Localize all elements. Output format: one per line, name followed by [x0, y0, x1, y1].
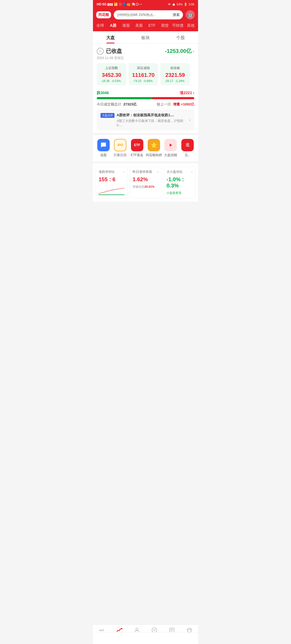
alarm-icon: ⏰	[172, 3, 176, 6]
header: 同花顺 沙特阿拉伯IMI 25/50热点... 搜索 🤖	[93, 9, 198, 22]
volume-row: 今日成交额总计 27323亿 较上一日 增量 +1692亿	[97, 102, 194, 107]
battery-icon: 🔋	[184, 3, 188, 6]
volume-compare: 较上一日 增量 +1692亿	[157, 102, 194, 107]
qa-ipo-calendar[interactable]: IPO 打新日历	[112, 139, 128, 157]
qa-stock-picker[interactable]: 选股	[95, 139, 112, 157]
commentary-arrow: ›	[189, 118, 190, 122]
stat-card-yesterday-header: 昨日涨停表现 ›	[133, 170, 158, 174]
index-name-shanghai: 上证指数	[100, 66, 123, 70]
nav-a-stock[interactable]: A股	[107, 22, 119, 29]
clock: 3:08	[189, 3, 194, 6]
tab-individual[interactable]: 个股	[163, 31, 198, 43]
search-button[interactable]: 搜索	[173, 12, 180, 17]
robot-icon: 🤖	[187, 12, 193, 18]
index-change-shanghai: -18.36 -0.53%	[100, 79, 123, 83]
nav-convertible[interactable]: 可转债	[172, 22, 184, 29]
qa-north-capital[interactable]: 北 北...	[179, 139, 196, 157]
index-name-chinext: 创业板	[164, 66, 187, 70]
nav-other[interactable]: 其他	[185, 22, 197, 29]
status-left: HD 5G ▮▮▮ 📶 🔴🔵🍊 淘 ⬡ ···	[97, 2, 142, 7]
stat-cards: 涨跌停对比 › 155 : 6 昨日涨停表现 › 1.62% 安硕信息20.01…	[93, 163, 198, 202]
advance-decline: 跌3046 涨2221 › 今日成交额总计 27323亿 较上一日 增量 +16…	[97, 91, 194, 107]
market-commentary[interactable]: 大盘点评 A股收评：创业板指高开低走收跌1.... A股三大指数今日集体下跌，截…	[97, 109, 194, 130]
stat-card-limit-title: 涨跌停对比	[99, 170, 115, 174]
nav-futures[interactable]: 期货	[159, 22, 171, 29]
main-tabs: 大盘 板块 个股	[93, 31, 198, 44]
search-placeholder: 沙特阿拉伯IMI 25/50热点...	[117, 13, 169, 17]
volume-label: 今日成交额总计 27323亿	[97, 102, 137, 107]
nav-global[interactable]: 全球	[94, 22, 106, 29]
stat-card-yesterday-value: 1.62%	[133, 176, 158, 183]
ad-progress-bar	[97, 97, 194, 99]
mini-chart-limit	[99, 185, 124, 196]
overview-date: 2024-11-08 星期五	[97, 56, 194, 60]
stat-card-cap-header: 大小盘对比 ›	[167, 170, 192, 174]
stat-card-cap[interactable]: 大小盘对比 › -1.0% : 0.3% 小盘股更强	[164, 167, 195, 198]
stat-card-yesterday[interactable]: 昨日涨停表现 › 1.62% 安硕信息20.01%	[130, 167, 161, 198]
index-value-shenzhen: 11161.70	[132, 72, 155, 78]
overview-arrow[interactable]: ›	[193, 48, 194, 54]
status-right: 👁 ⏰ 53% 🔋 3:08	[168, 3, 194, 6]
index-change-shenzhen: -74.22 -0.66%	[132, 79, 155, 83]
tab-sector[interactable]: 板块	[128, 31, 163, 43]
hot-list-icon: ⭐	[148, 139, 160, 151]
nav-etf[interactable]: ETF	[146, 22, 158, 29]
ipo-icon: IPO	[114, 139, 126, 151]
index-cards: 上证指数 3452.30 -18.36 -0.53% 深证成指 11161.70…	[97, 63, 194, 87]
tab-market[interactable]: 大盘	[93, 31, 128, 43]
app-logo[interactable]: 同花顺	[96, 11, 111, 18]
qa-label-north: 北...	[185, 153, 190, 157]
decline-label[interactable]: 跌3046	[97, 91, 109, 95]
etf-icon: ETF	[131, 139, 143, 151]
market-review-icon	[164, 139, 177, 151]
nav-hk-stock[interactable]: 港股	[120, 22, 132, 29]
stat-card-cap-sub: 小盘股更强	[167, 191, 192, 195]
index-value-shanghai: 3452.30	[100, 72, 123, 78]
nav-us-stock[interactable]: 美股	[133, 22, 145, 29]
signal-bars: ▮▮▮	[107, 2, 113, 6]
overview-header: ⊙ 已收盘 -1253.00亿 ›	[97, 47, 194, 55]
commentary-title: A股收评：创业板指高开低走收跌1....	[117, 113, 187, 118]
market-status: ⊙ 已收盘	[97, 47, 122, 55]
eye-icon: 👁	[168, 3, 171, 6]
ad-labels-row: 跌3046 涨2221 ›	[97, 91, 194, 95]
qa-market-review[interactable]: 大盘回顾	[162, 139, 179, 157]
stat-card-limit-arrow: ›	[123, 170, 124, 174]
stat-card-limit[interactable]: 涨跌停对比 › 155 : 6	[96, 167, 127, 198]
net-flow-amount: -1253.00亿	[165, 47, 192, 55]
stat-card-cap-value: -1.0% : 0.3%	[167, 176, 192, 189]
stat-card-cap-title: 大小盘对比	[167, 170, 183, 174]
quick-actions: 选股 IPO 打新日历 ETF ETF基金 ⭐ 同花顺热榜 大盘回顾 北 北..…	[93, 135, 198, 161]
commentary-content: A股收评：创业板指高开低走收跌1.... A股三大指数今日集体下跌，截至收盘，沪…	[117, 113, 187, 127]
market-status-label: 已收盘	[106, 47, 122, 55]
battery-percent: 53%	[177, 3, 183, 6]
ad-bar-advance	[152, 97, 194, 99]
index-card-shanghai[interactable]: 上证指数 3452.30 -18.36 -0.53%	[97, 63, 126, 85]
search-divider	[171, 13, 171, 17]
stat-card-limit-header: 涨跌停对比 ›	[99, 170, 124, 174]
index-name-shenzhen: 深证成指	[132, 66, 155, 70]
stock-picker-icon	[97, 139, 110, 151]
qa-hot-list[interactable]: ⭐ 同花顺热榜	[146, 139, 162, 157]
market-nav: 全球 A股 港股 美股 ETF 期货 可转债 其他	[93, 22, 198, 31]
avatar-button[interactable]: 🤖	[186, 10, 195, 19]
ad-bar-decline	[97, 97, 152, 99]
closed-icon: ⊙	[97, 48, 104, 55]
qa-etf-fund[interactable]: ETF ETF基金	[129, 139, 145, 157]
qa-label-etf: ETF基金	[131, 153, 143, 157]
index-card-shenzhen[interactable]: 深证成指 11161.70 -74.22 -0.66%	[129, 63, 158, 85]
market-overview: ⊙ 已收盘 -1253.00亿 › 2024-11-08 星期五 上证指数 34…	[93, 44, 198, 133]
commentary-badge: 大盘点评	[101, 113, 115, 118]
stat-card-yesterday-sub: 安硕信息20.01%	[133, 185, 158, 189]
qa-label-stock-picker: 选股	[100, 153, 107, 157]
commentary-desc: A股三大指数今日集体下跌，截至收盘，沪指跌0....	[117, 119, 187, 127]
north-icon: 北	[181, 139, 194, 151]
search-bar[interactable]: 沙特阿拉伯IMI 25/50热点... 搜索	[114, 10, 183, 19]
stat-card-limit-value: 155 : 6	[99, 176, 124, 183]
wifi-icon: 📶	[114, 2, 118, 6]
qa-label-hotlist: 同花顺热榜	[146, 153, 162, 157]
status-bar: HD 5G ▮▮▮ 📶 🔴🔵🍊 淘 ⬡ ··· 👁 ⏰ 53% 🔋 3:08	[93, 0, 198, 9]
index-card-chinext[interactable]: 创业板 2321.59 -29.17 -1.24%	[160, 63, 190, 85]
advance-label[interactable]: 涨2221 ›	[180, 91, 194, 95]
index-value-chinext: 2321.59	[164, 72, 187, 78]
